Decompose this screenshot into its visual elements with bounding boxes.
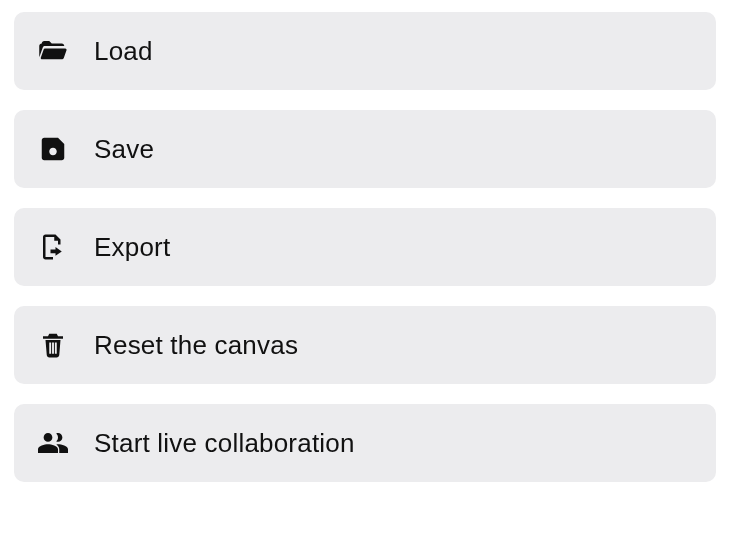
menu-list: Load Save Export Reset the canvas Start …	[14, 12, 716, 482]
menu-item-export[interactable]: Export	[14, 208, 716, 286]
folder-open-icon	[36, 34, 70, 68]
trash-icon	[36, 328, 70, 362]
menu-item-reset[interactable]: Reset the canvas	[14, 306, 716, 384]
menu-item-label: Start live collaboration	[94, 428, 355, 459]
menu-item-collab[interactable]: Start live collaboration	[14, 404, 716, 482]
menu-item-label: Reset the canvas	[94, 330, 298, 361]
menu-item-label: Export	[94, 232, 170, 263]
menu-item-label: Save	[94, 134, 154, 165]
export-icon	[36, 230, 70, 264]
menu-item-label: Load	[94, 36, 153, 67]
menu-item-load[interactable]: Load	[14, 12, 716, 90]
menu-item-save[interactable]: Save	[14, 110, 716, 188]
save-icon	[36, 132, 70, 166]
people-icon	[36, 426, 70, 460]
